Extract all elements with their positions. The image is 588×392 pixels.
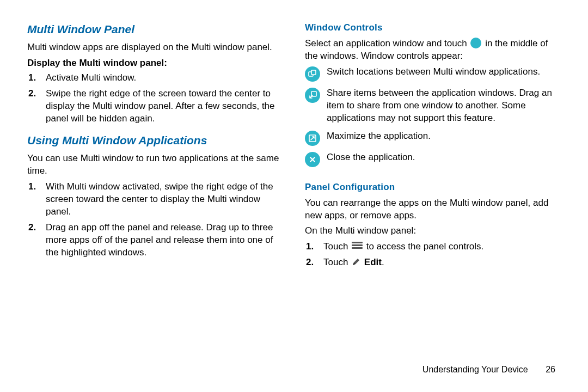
list-item: 2.Swipe the right edge of the screen tow… (42, 88, 283, 125)
para-pc-lead: On the Multi window panel: (305, 225, 561, 237)
control-switch: Switch locations between Multi window ap… (305, 66, 561, 82)
list-using-apps: 1.With Multi window activated, swipe the… (27, 181, 283, 259)
page-footer: Understanding Your Device 26 (422, 364, 555, 376)
list-item: 1. Touch to access the panel controls. (320, 241, 561, 253)
svg-rect-1 (311, 70, 316, 75)
control-share: Share items between the application wind… (305, 87, 561, 125)
edit-pencil-icon (352, 258, 360, 270)
list-item: 2. Touch Edit. (320, 256, 561, 270)
footer-page-number: 26 (546, 365, 555, 374)
maximize-icon (305, 131, 320, 146)
heading-using-mw-apps: Using Multi Window Applications (27, 133, 283, 148)
para-mwp-intro: Multi window apps are displayed on the M… (27, 41, 283, 54)
heading-window-controls: Window Controls (305, 22, 561, 34)
list-item: 1.With Multi window activated, swipe the… (42, 181, 283, 218)
subheading-display-panel: Display the Multi window panel: (27, 57, 283, 70)
close-icon (305, 152, 320, 167)
heading-multi-window-panel: Multi Window Panel (27, 22, 283, 37)
para-using-intro: You can use Multi window to run two appl… (27, 152, 283, 177)
list-item: 2.Drag an app off the panel and release.… (42, 222, 283, 259)
switch-locations-icon (305, 66, 320, 82)
handle-dot-icon (470, 38, 481, 48)
para-pc-intro: You can rearrange the apps on the Multi … (305, 197, 561, 222)
control-maximize: Maximize the application. (305, 130, 561, 146)
left-column: Multi Window Panel Multi window apps are… (27, 22, 283, 278)
list-panel-config: 1. Touch to access the panel controls. 2… (305, 241, 561, 270)
heading-panel-config: Panel Configuration (305, 181, 561, 194)
control-close: Close the application. (305, 151, 561, 167)
footer-section: Understanding Your Device (422, 365, 528, 374)
para-wc-intro: Select an application window and touch i… (305, 38, 561, 63)
list-display-panel: 1.Activate Multi window. 2.Swipe the rig… (27, 72, 283, 125)
share-items-icon (305, 88, 320, 103)
menu-icon (352, 241, 363, 250)
right-column: Window Controls Select an application wi… (305, 22, 561, 278)
list-item: 1.Activate Multi window. (42, 72, 283, 84)
